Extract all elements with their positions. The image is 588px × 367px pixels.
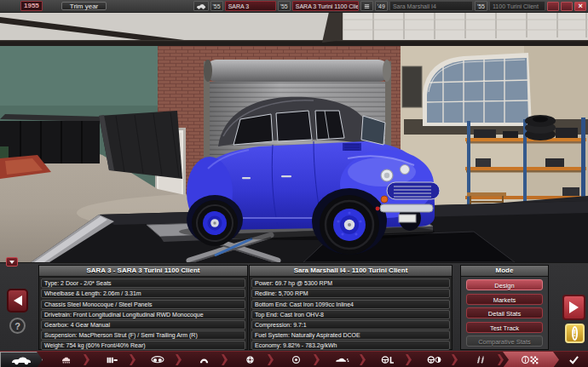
- spec-row: Compression: 9.7:1: [251, 320, 450, 330]
- dark-window: [402, 66, 422, 107]
- list-chip[interactable]: [360, 1, 373, 11]
- tab-summary[interactable]: [503, 352, 559, 367]
- mode-panel: Mode DesignMarketsDetail StatsTest Track…: [460, 265, 549, 350]
- selector-field[interactable]: 1100 Turini Client: [489, 1, 545, 11]
- play-button[interactable]: [562, 295, 585, 320]
- model-year-badge: 1955: [20, 1, 43, 11]
- engine-icon: [60, 356, 72, 364]
- tab-car-body[interactable]: [0, 352, 43, 367]
- car-icon: [196, 3, 206, 10]
- spec-row: Wheelbase & Length: 2.06m / 3.31m: [41, 289, 245, 298]
- car-chip[interactable]: [193, 1, 209, 11]
- list-icon: [363, 3, 371, 10]
- selector-field[interactable]: SARA 3: [225, 1, 276, 11]
- tab-fender[interactable]: [181, 352, 227, 367]
- selector-field[interactable]: Sara Marshall I4: [389, 1, 473, 11]
- tab-engine[interactable]: [43, 352, 89, 367]
- tab-wheels[interactable]: [135, 352, 181, 367]
- spec-row: Gearbox: 4 Gear Manual: [41, 320, 245, 330]
- suspension-icon: [475, 355, 486, 364]
- bottom-strip: ? SARA 3 - SARA 3 Turini 1100 Client Typ…: [0, 262, 588, 352]
- mode-button-markets[interactable]: Markets: [466, 294, 543, 305]
- close-button[interactable]: ×: [574, 2, 586, 11]
- spec-row: Bottom End: Cast Iron 1099cc Inline4: [251, 300, 450, 309]
- front-wheel: [320, 195, 379, 255]
- spec-row: Economy: 9.82% - 783.2g/kWh: [251, 341, 450, 350]
- back-arrow-icon: [14, 295, 22, 306]
- tab-brake-disc[interactable]: [227, 352, 273, 367]
- triangle-down-icon: [9, 261, 14, 264]
- spec-row: Weight: 754 kg (60% Front/40% Rear): [41, 341, 245, 350]
- car-spec-title: SARA 3 - SARA 3 Turini 1100 Client: [39, 266, 247, 277]
- top-bar: 1955 Trim year '55SARA 3'55SARA 3 Turini…: [0, 0, 588, 13]
- engine-spec-panel: Sara Marshall I4 - 1100 Turini Client Po…: [249, 265, 453, 350]
- spec-row: Fuel System: Naturally Aspirated DCOE: [251, 330, 450, 340]
- viewport-3d[interactable]: [0, 12, 588, 262]
- mode-panel-title: Mode: [461, 266, 548, 277]
- spec-row: Top End: Cast Iron OHV-8: [251, 310, 450, 319]
- brake-disc-icon: [245, 355, 255, 364]
- car-spec-panel: SARA 3 - SARA 3 Turini 1100 Client Type:…: [38, 265, 248, 350]
- gearbox-icon: [106, 356, 118, 364]
- tab-confirm[interactable]: [559, 352, 588, 367]
- spec-row: Power: 69.7 hp @ 5300 RPM: [251, 278, 450, 288]
- tab-brake-drum[interactable]: [273, 352, 319, 367]
- collapse-panel-button[interactable]: [6, 257, 18, 267]
- rear-wheel: [192, 200, 238, 246]
- brake-drum-icon: [291, 355, 301, 364]
- wheels-icon: [151, 355, 164, 364]
- mode-button-design[interactable]: Design: [466, 279, 543, 290]
- tab-assists[interactable]: [411, 352, 457, 367]
- car-body-icon: [10, 355, 32, 365]
- save-button[interactable]: [561, 2, 573, 11]
- spec-row: Chassis Steel Monocoque / Steel Panels: [41, 300, 245, 309]
- app-window: 1955 Trim year '55SARA 3'55SARA 3 Turini…: [0, 0, 588, 367]
- mode-button-comparative-stats: Comparative Stats: [466, 335, 543, 347]
- back-button[interactable]: [7, 289, 28, 313]
- warning-button[interactable]: !: [565, 324, 585, 343]
- year-chip[interactable]: '55: [278, 1, 291, 11]
- engine-spec-title: Sara Marshall I4 - 1100 Turini Client: [250, 266, 452, 277]
- car-spec-rows: Type: 2 Door - 2/0* SeatsWheelbase & Len…: [39, 277, 247, 353]
- play-icon: [569, 301, 579, 313]
- ceiling: [0, 12, 588, 49]
- spec-row: Suspension: MacPherson Strut (F) / Semi …: [41, 330, 245, 340]
- assists-icon: [427, 355, 441, 364]
- mode-buttons: DesignMarketsDetail StatsTest TrackCompa…: [461, 277, 548, 353]
- spec-row: Type: 2 Door - 2/0* Seats: [41, 278, 245, 288]
- spec-row: Drivetrain: Front Longitudinal Longitudi…: [41, 310, 245, 319]
- tire-stack: [525, 115, 556, 140]
- garage-render: [0, 12, 588, 262]
- tab-gearbox[interactable]: [89, 352, 135, 367]
- gear-button[interactable]: [547, 2, 559, 11]
- tab-interior[interactable]: [365, 352, 411, 367]
- interior-icon: [381, 355, 395, 364]
- spec-row: Redline: 5,700 RPM: [251, 289, 450, 298]
- warning-icon: !: [572, 326, 578, 341]
- mode-button-test-track[interactable]: Test Track: [466, 322, 543, 333]
- trim-year-button[interactable]: Trim year: [61, 2, 107, 10]
- help-button[interactable]: ?: [9, 318, 26, 334]
- year-chip[interactable]: '55: [475, 1, 487, 11]
- summary-icon: [522, 355, 540, 364]
- mode-button-detail-stats[interactable]: Detail Stats: [466, 307, 543, 318]
- divider-slab: [99, 111, 182, 179]
- selector-field[interactable]: SARA 3 Turini 1100 Clien: [292, 1, 359, 11]
- aero-icon: [335, 356, 349, 364]
- fender-icon: [199, 356, 210, 364]
- confirm-icon: [568, 355, 579, 364]
- designer-tab-bar: [0, 351, 588, 367]
- question-mark-icon: ?: [14, 321, 20, 331]
- tab-aero[interactable]: [319, 352, 365, 367]
- engine-spec-rows: Power: 69.7 hp @ 5300 RPMRedline: 5,700 …: [250, 277, 452, 353]
- year-chip[interactable]: '55: [210, 1, 223, 11]
- year-chip[interactable]: '49: [375, 1, 388, 11]
- tab-suspension[interactable]: [457, 352, 503, 367]
